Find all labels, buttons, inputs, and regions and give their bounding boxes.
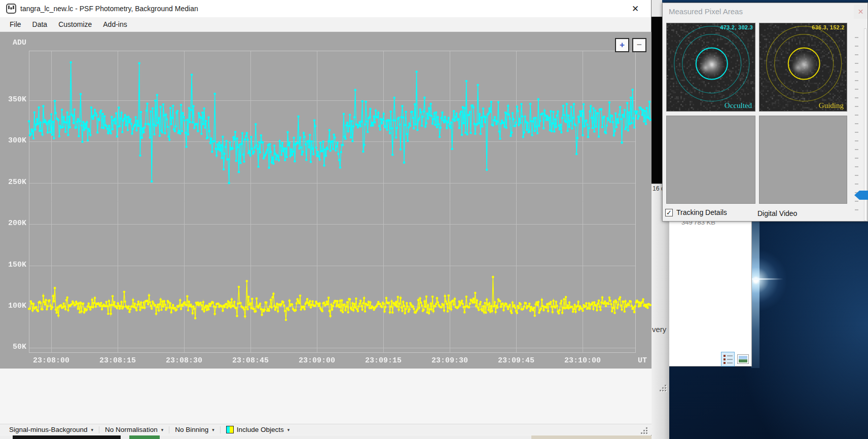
toolbar-separator [99, 426, 99, 433]
x-tick-label: 23:09:45 [492, 356, 540, 365]
menu-customize[interactable]: Customize [53, 17, 97, 31]
slider-tick-marks [855, 29, 858, 218]
window-title: tangra_lc_new.lc - PSF Photometry, Backg… [20, 5, 198, 13]
details-view-icon[interactable] [721, 352, 735, 367]
tangra-logo-icon [6, 4, 16, 14]
y-tick-label: 200K [0, 219, 26, 228]
tangra-main-window: tangra_lc_new.lc - PSF Photometry, Backg… [0, 0, 652, 435]
light-curve-chart: 350K300K250K200K150K100K50KADU23:08:0023… [0, 32, 652, 369]
pixel-areas-title: Measured Pixel Areas [669, 7, 743, 16]
clipped-text-bottom: very [652, 325, 666, 334]
y-axis-unit-label: ADU [0, 39, 26, 47]
close-icon[interactable]: ✕ [854, 5, 867, 19]
x-tick-label: 23:08:45 [226, 356, 275, 365]
signal-mode-dropdown[interactable]: Signal-minus-Background ▾ [5, 426, 97, 433]
zoom-in-button[interactable]: + [615, 38, 629, 52]
x-tick-label: 23:10:00 [558, 356, 607, 365]
menu-file[interactable]: File [4, 17, 27, 31]
tracking-details-label: Tracking Details [676, 208, 727, 216]
background-sliver [531, 435, 652, 439]
zoom-out-button[interactable]: − [632, 38, 646, 52]
guiding-target-thumbnail: 636.3, 152.2 Guiding [759, 23, 847, 112]
y-tick-label: 100K [0, 302, 26, 310]
bottom-toolbar: Signal-minus-Background ▾ No Normalisati… [0, 424, 652, 435]
empty-pixel-area-panel-1 [666, 116, 755, 204]
object-colors-icon [226, 426, 234, 433]
chevron-down-icon: ▾ [91, 427, 94, 432]
measured-pixel-areas-window: Measured Pixel Areas ✕ 473.2, 302.3 Occu… [662, 3, 868, 222]
y-tick-label: 50K [0, 343, 26, 351]
background-sliver [129, 435, 160, 439]
screen: 349'783 KB 16 o very Measured Pixel Area… [0, 0, 868, 439]
occulted-target-image [667, 23, 755, 111]
guiding-coords: 636.3, 152.2 [812, 24, 845, 30]
tracking-details-checkbox[interactable]: ✓ [665, 209, 673, 216]
background-window-fragment [652, 0, 662, 17]
signal-mode-label: Signal-minus-Background [9, 426, 88, 433]
binning-dropdown[interactable]: No Binning ▾ [171, 426, 219, 433]
y-tick-label: 250K [0, 178, 26, 187]
chevron-down-icon: ▾ [287, 427, 290, 432]
lower-panel [0, 369, 652, 424]
background-window-strip: 16 o very [652, 184, 669, 439]
chevron-down-icon: ▾ [212, 427, 214, 432]
title-bar: tangra_lc_new.lc - PSF Photometry, Backg… [0, 0, 651, 17]
x-axis-unit-label: UT [627, 356, 647, 365]
plot-canvas[interactable] [0, 32, 652, 369]
x-tick-label: 23:09:00 [293, 356, 341, 365]
normalisation-dropdown[interactable]: No Normalisation ▾ [101, 426, 167, 433]
resize-grip-icon[interactable] [660, 385, 668, 393]
digital-video-label: Digital Video [757, 209, 797, 217]
background-sliver [13, 435, 121, 439]
toolbar-separator [169, 426, 169, 433]
occulted-target-thumbnail: 473.2, 302.3 Occulted [666, 23, 755, 112]
binning-label: No Binning [175, 426, 208, 433]
x-tick-label: 23:08:00 [27, 356, 76, 365]
y-tick-label: 300K [0, 136, 26, 145]
file-dialog-fragment: 349'783 KB [669, 205, 752, 367]
include-objects-label: Include Objects [237, 426, 284, 433]
occulted-label: Occulted [725, 101, 752, 110]
close-icon[interactable]: ✕ [625, 2, 646, 16]
y-tick-label: 150K [0, 261, 26, 269]
y-tick-label: 350K [0, 95, 26, 104]
chevron-down-icon: ▾ [161, 427, 164, 432]
normalisation-label: No Normalisation [105, 426, 158, 433]
guiding-target-image [760, 23, 847, 111]
include-objects-dropdown[interactable]: Include Objects ▾ [222, 426, 294, 433]
empty-pixel-area-panel-2 [759, 116, 847, 204]
x-tick-label: 23:08:30 [160, 356, 208, 365]
menu-addins[interactable]: Add-ins [97, 17, 132, 31]
thumbnails-view-icon[interactable] [737, 354, 749, 364]
x-tick-label: 23:09:30 [425, 356, 474, 365]
occulted-coords: 473.2, 302.3 [720, 24, 753, 30]
x-tick-label: 23:09:15 [359, 356, 408, 365]
x-tick-label: 23:08:15 [93, 356, 142, 365]
toolbar-separator [220, 426, 221, 433]
menu-bar: File Data Customize Add-ins [0, 17, 651, 32]
menu-data[interactable]: Data [27, 17, 53, 31]
guiding-label: Guiding [819, 101, 844, 110]
resize-grip-icon[interactable] [641, 427, 649, 435]
